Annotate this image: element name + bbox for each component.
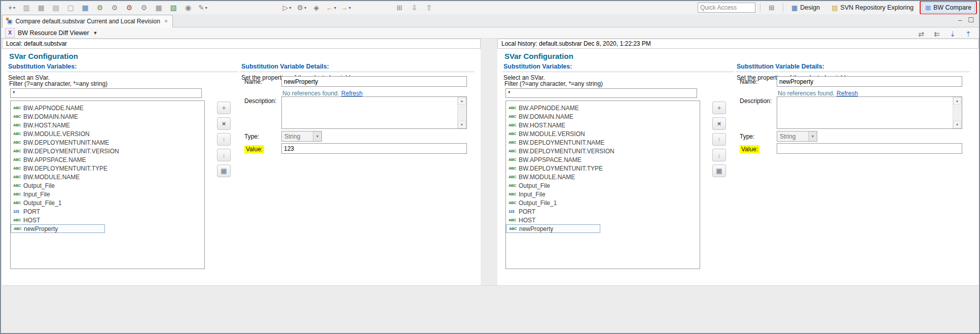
refresh-link[interactable]: Refresh [837,90,858,97]
scroll-down-icon[interactable]: ▼ [953,121,961,128]
string-variable-icon: ABC [13,106,23,110]
perspective-bw-compare-button[interactable]: ⊞ BW Compare [922,2,975,13]
grid-view-icon[interactable]: ▦ [152,2,165,13]
description-textarea[interactable]: ▲ ▼ [281,96,467,129]
name-input[interactable] [281,76,467,87]
variables-list[interactable]: ABCBW.APPNODE.NAMEABCBW.DOMAIN.NAMEABCBW… [505,101,700,269]
move-down-button[interactable]: ↓ [217,149,231,161]
copy-variable-button[interactable]: ▣ [217,164,231,177]
variables-list[interactable]: ABCBW.APPNODE.NAMEABCBW.DOMAIN.NAMEABCBW… [10,101,205,269]
add-variable-button[interactable]: + [217,102,231,114]
copy-right-to-left-icon[interactable]: ⇇ [930,28,943,40]
minimize-button[interactable]: – [958,17,962,23]
filter-input[interactable] [505,88,697,98]
run-dropdown-icon[interactable]: ▷▾ [280,2,294,13]
report-icon[interactable]: ▧ [167,2,180,13]
variable-list-item[interactable]: 123PORT [506,207,700,216]
coverage-icon[interactable]: ◈ [310,2,323,13]
description-scrollbar[interactable]: ▲ ▼ [457,97,466,128]
previous-annotation-icon[interactable]: ⇧ [422,2,435,13]
compare-splitter[interactable] [481,39,497,285]
name-input[interactable] [777,76,962,87]
save-all-icon[interactable]: ▩ [34,2,48,13]
variable-list-item[interactable]: ABCOutput_File_1 [506,198,700,207]
variable-list-item[interactable]: ABCnewProperty [11,224,105,233]
generate-artifacts-icon[interactable]: ⚙ [108,2,121,13]
debug-config-icon[interactable]: ⚙ [123,2,136,13]
variable-list-item[interactable]: ABCBW.APPSPACE.NAME [11,155,204,164]
variable-list-item[interactable]: ABCBW.MODULE.NAME [506,173,700,181]
variable-list-item[interactable]: ABCnewProperty [506,224,600,233]
forward-icon[interactable]: →▾ [339,2,352,13]
copy-icon[interactable]: ▢ [64,2,77,13]
maximize-button[interactable]: ☐ [968,17,974,23]
perspective-svn-button[interactable]: ▤ SVN Repository Exploring [828,2,917,13]
perspective-design-button[interactable]: ▦ Design [788,2,823,13]
value-input[interactable] [777,143,962,154]
variable-list-item[interactable]: ABCBW.MODULE.NAME [11,173,204,181]
move-up-button[interactable]: ↑ [217,133,231,146]
variable-list-item[interactable]: ABCBW.APPNODE.NAME [11,104,204,112]
format-icon[interactable]: ✎▾ [196,2,209,13]
editor-tab-compare[interactable]: ▣ Compare default.substvar Current and L… [2,15,173,27]
scroll-up-icon[interactable]: ▲ [953,97,961,105]
variable-list-item[interactable]: ABCBW.MODULE.VERSION [11,129,204,138]
variable-list-item[interactable]: ABCBW.DEPLOYMENTUNIT.TYPE [506,164,700,173]
scroll-down-icon[interactable]: ▼ [458,121,466,128]
value-input[interactable] [281,143,467,154]
variable-list-item[interactable]: ABCBW.DEPLOYMENTUNIT.NAME [506,138,700,147]
previous-difference-icon[interactable]: ⇡ [962,28,975,40]
move-up-button[interactable]: ↑ [712,133,726,146]
variable-list-item[interactable]: ABCBW.APPSPACE.NAME [506,155,700,164]
search-icon[interactable]: ◉ [182,2,195,13]
variable-list-item[interactable]: ABCOutput_File_1 [11,198,204,207]
print-icon[interactable]: ▤ [49,2,62,13]
new-application-icon[interactable]: ▦ [79,2,92,13]
description-textarea[interactable]: ▲ ▼ [777,96,962,129]
refresh-link[interactable]: Refresh [341,90,362,97]
build-icon[interactable]: ⚙ [93,2,106,13]
variable-list-item[interactable]: ABCBW.DOMAIN.NAME [506,112,700,121]
variable-list-item[interactable]: ABCHOST [11,216,204,224]
new-wizard-icon[interactable]: +▾ [5,2,18,13]
save-icon[interactable]: ▥ [20,2,33,13]
tab-close-icon[interactable]: × [164,18,168,25]
vars-section-header: Substitution Variables: [502,63,734,72]
next-annotation-icon[interactable]: ⇩ [408,2,421,13]
last-edit-location-icon[interactable]: ⊞ [393,2,406,13]
variable-list-item[interactable]: ABCBW.DOMAIN.NAME [11,112,204,121]
swap-panes-icon[interactable]: ⇄ [915,28,928,40]
quick-access-input[interactable] [698,3,755,13]
filter-input[interactable] [10,88,202,98]
variable-list-item[interactable]: ABCBW.DEPLOYMENTUNIT.TYPE [11,164,204,173]
viewer-menu-caret-icon[interactable]: ▼ [93,30,98,36]
variable-list-item[interactable]: ABCHOST [506,216,700,224]
variable-list-item[interactable]: ABCInput_File [11,190,204,198]
external-tools-icon[interactable]: ⚙ [137,2,151,13]
remove-variable-button[interactable]: × [712,117,726,130]
copy-variable-button[interactable]: ▣ [712,164,726,177]
variable-list-item[interactable]: ABCBW.DEPLOYMENTUNIT.VERSION [11,147,204,155]
add-variable-button[interactable]: + [712,102,726,114]
type-select[interactable]: String ▾ [281,131,322,142]
variable-list-item[interactable]: ABCOutput_File [506,181,700,190]
remove-variable-button[interactable]: × [217,117,231,130]
variable-list-item[interactable]: ABCBW.APPNODE.NAME [506,104,700,112]
next-difference-icon[interactable]: ⇣ [946,28,959,40]
scroll-up-icon[interactable]: ▲ [458,97,466,105]
type-select[interactable]: String ▾ [777,131,817,142]
move-down-button[interactable]: ↓ [712,149,726,161]
variable-name: BW.APPSPACE.NAME [23,156,86,163]
variable-list-item[interactable]: ABCInput_File [506,190,700,198]
variable-list-item[interactable]: ABCBW.DEPLOYMENTUNIT.VERSION [506,147,700,155]
variable-list-item[interactable]: ABCBW.HOST.NAME [506,121,700,129]
variable-list-item[interactable]: ABCBW.MODULE.VERSION [506,129,700,138]
open-perspective-button[interactable]: ⊞ [765,2,778,13]
variable-list-item[interactable]: ABCBW.HOST.NAME [11,121,204,129]
back-icon[interactable]: ←▾ [324,2,338,13]
description-scrollbar[interactable]: ▲ ▼ [953,97,962,128]
debug-dropdown-icon[interactable]: ⚙▾ [295,2,308,13]
variable-list-item[interactable]: ABCOutput_File [11,181,204,190]
variable-list-item[interactable]: 123PORT [11,207,204,216]
variable-list-item[interactable]: ABCBW.DEPLOYMENTUNIT.NAME [11,138,204,147]
